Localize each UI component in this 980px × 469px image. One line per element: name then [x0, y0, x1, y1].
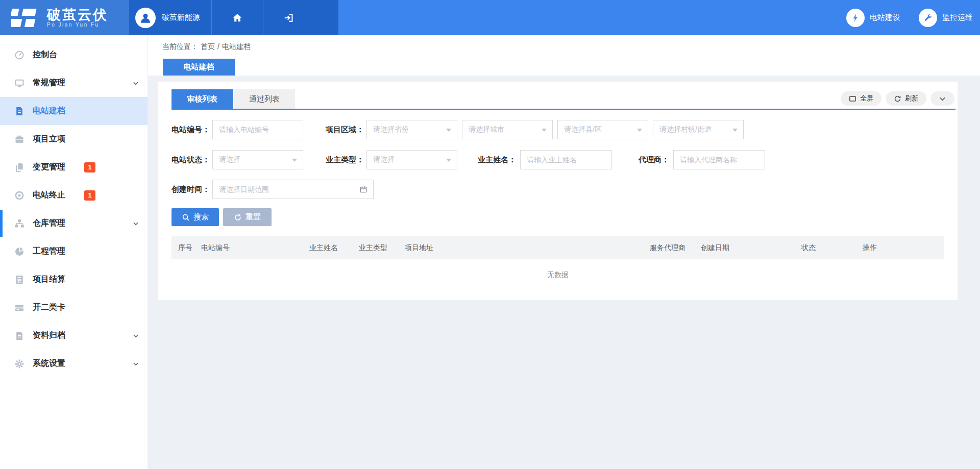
sidebar-item-warehouse-mgmt[interactable]: 仓库管理	[0, 209, 148, 237]
copy-icon	[14, 162, 24, 172]
owner-type-label: 业主类型：	[326, 155, 362, 165]
station-termination-badge: 1	[84, 190, 95, 201]
sidebar-item-console[interactable]: 控制台	[0, 41, 148, 69]
refresh-button[interactable]: 刷新	[886, 91, 926, 106]
sidebar-item-open-class2-card[interactable]: 开二类卡	[0, 293, 148, 322]
search-button[interactable]: 搜索	[172, 208, 219, 226]
main-area: 当前位置： 首页 / 电站建档 电站建档 审核列表 通过列表 全屏	[148, 35, 980, 469]
city-select[interactable]: 请选择城市	[462, 120, 553, 139]
target-icon	[14, 190, 24, 201]
brand-logo-icon	[11, 8, 40, 28]
province-select[interactable]: 请选择省份	[366, 120, 457, 139]
search-label: 搜索	[193, 212, 209, 222]
logout-button[interactable]	[263, 0, 314, 35]
sidebar-item-station-filing[interactable]: 电站建档	[0, 97, 148, 125]
breadcrumb-prefix: 当前位置：	[162, 42, 198, 52]
col-project-address: 项目地址	[398, 243, 643, 253]
town-select[interactable]: 请选择村镇/街道	[653, 120, 744, 139]
panel-tabs: 审核列表 通过列表 全屏 刷新	[158, 82, 958, 110]
date-range-input[interactable]	[212, 180, 374, 199]
nav-station-build[interactable]: 电站建设	[846, 9, 900, 27]
change-mgmt-badge: 1	[84, 162, 95, 172]
app: 破茧云伏 Po Jian Yun Fu 破茧新能源	[0, 0, 980, 469]
pie-chart-icon	[14, 246, 24, 257]
sidebar-item-label: 开二类卡	[33, 302, 65, 313]
sidebar-item-general-mgmt[interactable]: 常规管理	[0, 69, 148, 97]
breadcrumb-separator: /	[217, 42, 219, 52]
col-create-date: 创建日期	[694, 243, 795, 253]
card-icon	[14, 303, 24, 313]
city-placeholder: 请选择城市	[469, 125, 504, 134]
station-status-select[interactable]: 请选择	[212, 150, 303, 169]
select-caret-icon	[446, 129, 451, 132]
chevron-down-icon	[132, 80, 139, 87]
sidebar-item-project-initiation[interactable]: 项目立项	[0, 125, 148, 153]
sidebar-item-label: 控制台	[33, 50, 57, 60]
panel-toolbar: 全屏 刷新	[841, 91, 954, 106]
sitemap-icon	[14, 218, 24, 229]
briefcase-icon	[14, 134, 24, 144]
county-select[interactable]: 请选择县/区	[557, 120, 648, 139]
logout-icon	[283, 12, 295, 23]
sidebar-item-change-mgmt[interactable]: 变更管理 1	[0, 153, 148, 181]
sidebar-item-system-settings[interactable]: 系统设置	[0, 350, 148, 378]
station-status-placeholder: 请选择	[219, 155, 240, 164]
station-no-input[interactable]	[212, 120, 303, 139]
user-icon	[139, 11, 152, 24]
brand-title: 破茧云伏	[47, 8, 108, 22]
user-menu[interactable]: 破茧新能源	[129, 0, 211, 35]
home-button[interactable]	[211, 0, 263, 35]
town-placeholder: 请选择村镇/街道	[659, 125, 712, 134]
fullscreen-icon	[849, 95, 856, 103]
chevron-down-icon	[939, 95, 946, 103]
nav-monitor-ops[interactable]: 监控运维	[919, 9, 973, 27]
col-owner-name: 业主姓名	[303, 243, 352, 253]
lightning-icon	[846, 9, 865, 27]
header-nav: 电站建设 监控运维	[338, 0, 980, 35]
tab-passed-list[interactable]: 通过列表	[234, 89, 295, 109]
filter-form: 电站编号： 项目区域： 请选择省份 请选择城市 请选择县/区	[158, 120, 958, 199]
select-caret-icon	[292, 159, 297, 162]
page-tab-station-filing[interactable]: 电站建档	[163, 59, 235, 76]
sidebar-item-label: 变更管理	[33, 162, 65, 172]
col-index: 序号	[172, 243, 194, 253]
breadcrumb: 当前位置： 首页 / 电站建档	[162, 42, 251, 52]
reset-button[interactable]: 重置	[223, 208, 272, 226]
owner-type-placeholder: 请选择	[373, 155, 395, 164]
col-status: 状态	[795, 243, 856, 253]
sidebar-item-project-settlement[interactable]: 项目结算	[0, 265, 148, 293]
collapse-button[interactable]	[930, 91, 954, 106]
brand-subtitle: Po Jian Yun Fu	[47, 22, 108, 28]
owner-type-select[interactable]: 请选择	[366, 150, 457, 169]
sidebar-item-label: 项目结算	[33, 274, 65, 285]
sidebar-item-label: 仓库管理	[33, 218, 65, 229]
sidebar-item-station-termination[interactable]: 电站终止 1	[0, 181, 148, 209]
brand-logo: 破茧云伏 Po Jian Yun Fu	[0, 0, 129, 35]
sidebar-item-label: 电站建档	[33, 106, 65, 116]
select-caret-icon	[446, 159, 451, 162]
agent-input[interactable]	[673, 150, 765, 169]
select-caret-icon	[637, 129, 642, 132]
sidebar-item-data-archive[interactable]: 资料归档	[0, 322, 148, 350]
owner-name-input[interactable]	[520, 150, 612, 169]
tab-review-list[interactable]: 审核列表	[172, 89, 233, 109]
topbar: 当前位置： 首页 / 电站建档 电站建档	[148, 35, 980, 76]
breadcrumb-home[interactable]: 首页	[201, 42, 215, 52]
home-icon	[232, 12, 243, 23]
reset-icon	[234, 213, 242, 221]
col-owner-type: 业主类型	[352, 243, 398, 253]
gear-icon	[14, 359, 24, 369]
station-status-label: 电站状态：	[172, 155, 208, 165]
filter-actions: 搜索 重置	[158, 199, 958, 226]
breadcrumb-current[interactable]: 电站建档	[222, 42, 251, 52]
table-header-row: 序号 电站编号 业主姓名 业主类型 项目地址 服务代理商 创建日期 状态 操作	[172, 236, 944, 259]
sidebar-item-label: 常规管理	[33, 78, 65, 88]
nav-station-build-label: 电站建设	[870, 13, 900, 22]
sidebar-item-engineering-mgmt[interactable]: 工程管理	[0, 237, 148, 265]
empty-state: 无数据	[172, 259, 944, 291]
panel-card: 审核列表 通过列表 全屏 刷新	[158, 82, 958, 300]
station-no-label: 电站编号：	[172, 125, 208, 135]
fullscreen-button[interactable]: 全屏	[841, 91, 881, 106]
owner-name-label: 业主姓名：	[461, 155, 516, 165]
tab-underline	[172, 109, 955, 110]
